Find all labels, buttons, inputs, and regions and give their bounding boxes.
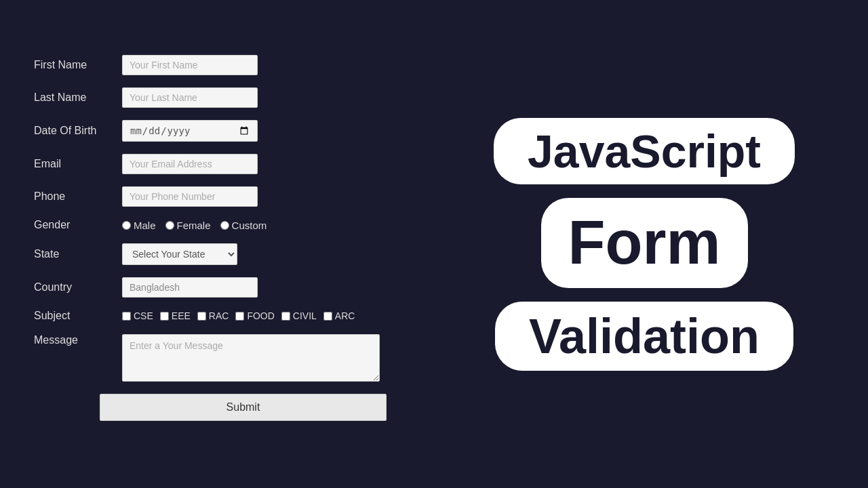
state-select[interactable]: Select Your State Dhaka Chittagong Rajsh… (122, 243, 237, 265)
lastname-row: Last Name (34, 87, 387, 108)
message-textarea[interactable] (122, 334, 380, 382)
subject-eee-checkbox[interactable] (160, 312, 169, 321)
subject-cse-checkbox[interactable] (122, 312, 131, 321)
country-label: Country (34, 281, 122, 293)
gender-custom-radio[interactable] (220, 221, 229, 230)
firstname-label: First Name (34, 59, 122, 71)
gender-custom-option[interactable]: Custom (220, 220, 267, 231)
title-bubble-validation: Validation (495, 302, 793, 371)
title-section: JavaScript Form Validation (420, 104, 868, 384)
subject-arc-option[interactable]: ARC (323, 310, 355, 321)
state-label: State (34, 248, 122, 260)
subject-arc-label: ARC (335, 310, 355, 321)
gender-female-radio[interactable] (165, 221, 174, 230)
subject-cse-option[interactable]: CSE (122, 310, 153, 321)
submit-button[interactable]: Submit (100, 394, 387, 421)
title-form: Form (568, 208, 721, 278)
gender-male-label: Male (134, 220, 156, 231)
subject-civil-checkbox[interactable] (281, 312, 290, 321)
gender-female-label: Female (177, 220, 211, 231)
dob-row: Date Of Birth (34, 120, 387, 142)
subject-eee-option[interactable]: EEE (160, 310, 191, 321)
firstname-row: First Name (34, 55, 387, 75)
gender-row: Gender Male Female Custom (34, 219, 387, 231)
gender-male-option[interactable]: Male (122, 220, 156, 231)
email-row: Email (34, 154, 387, 174)
subject-cse-label: CSE (134, 310, 153, 321)
gender-group: Male Female Custom (122, 220, 267, 231)
phone-label: Phone (34, 190, 122, 203)
subject-label: Subject (34, 310, 122, 322)
subject-arc-checkbox[interactable] (323, 312, 332, 321)
gender-label: Gender (34, 219, 122, 231)
country-input[interactable] (122, 277, 258, 298)
phone-input[interactable] (122, 186, 258, 207)
gender-custom-label: Custom (232, 220, 267, 231)
lastname-input[interactable] (122, 87, 258, 108)
country-row: Country (34, 277, 387, 298)
subject-group: CSE EEE RAC FOOD CIVIL (122, 310, 355, 321)
subject-civil-option[interactable]: CIVIL (281, 310, 317, 321)
subject-civil-label: CIVIL (293, 310, 317, 321)
form-section: First Name Last Name Date Of Birth Email… (0, 28, 420, 460)
subject-eee-label: EEE (172, 310, 191, 321)
subject-rac-label: RAC (209, 310, 229, 321)
subject-row: Subject CSE EEE RAC FOOD (34, 310, 387, 322)
page-container: First Name Last Name Date Of Birth Email… (0, 0, 868, 488)
subject-food-checkbox[interactable] (235, 312, 244, 321)
email-label: Email (34, 158, 122, 170)
subject-rac-option[interactable]: RAC (197, 310, 229, 321)
gender-male-radio[interactable] (122, 221, 131, 230)
submit-row: Submit (34, 394, 387, 421)
dob-input[interactable] (122, 120, 258, 142)
message-label: Message (34, 334, 122, 346)
title-javascript: JavaScript (528, 125, 761, 178)
subject-food-option[interactable]: FOOD (235, 310, 274, 321)
gender-female-option[interactable]: Female (165, 220, 211, 231)
dob-label: Date Of Birth (34, 125, 122, 137)
phone-row: Phone (34, 186, 387, 207)
title-bubble-javascript: JavaScript (494, 118, 795, 184)
subject-rac-checkbox[interactable] (197, 312, 206, 321)
title-validation: Validation (529, 308, 760, 364)
title-bubble-form: Form (541, 198, 748, 288)
email-input[interactable] (122, 154, 258, 174)
subject-food-label: FOOD (247, 310, 274, 321)
state-row: State Select Your State Dhaka Chittagong… (34, 243, 387, 265)
lastname-label: Last Name (34, 92, 122, 104)
firstname-input[interactable] (122, 55, 258, 75)
message-row: Message (34, 334, 387, 382)
